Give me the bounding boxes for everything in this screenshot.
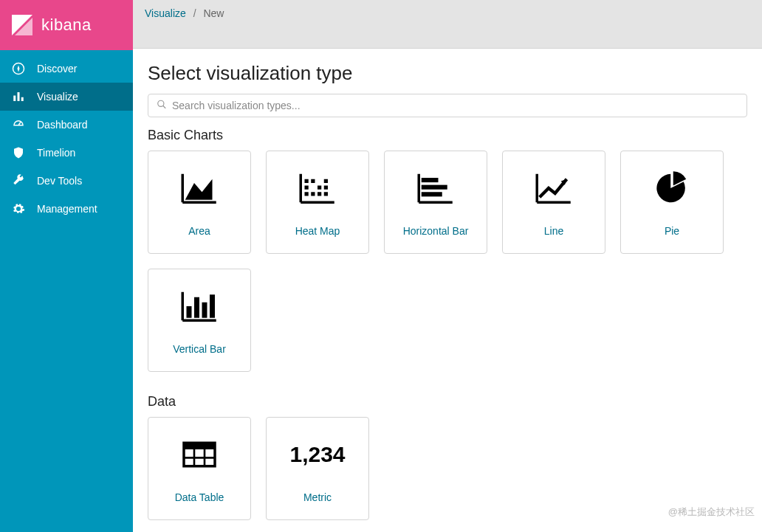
sidebar-item-label: Dashboard — [37, 119, 88, 131]
breadcrumb-root[interactable]: Visualize — [145, 7, 186, 19]
wrench-icon — [12, 174, 25, 187]
viz-card-vertical-bar[interactable]: Vertical Bar — [148, 269, 251, 372]
topbar: Visualize / New — [133, 0, 762, 49]
svg-rect-37 — [202, 302, 207, 317]
sidebar-item-label: Discover — [37, 63, 77, 75]
viz-label: Horizontal Bar — [403, 225, 469, 237]
viz-card-line[interactable]: Line — [502, 151, 605, 254]
shield-icon — [12, 146, 25, 159]
compass-icon — [12, 62, 25, 75]
svg-point-8 — [158, 100, 164, 106]
metric-sample-text: 1,234 — [289, 442, 345, 467]
sidebar: kibana Discover Visualize Dashboard Time… — [0, 0, 133, 532]
sidebar-item-timelion[interactable]: Timelion — [0, 139, 133, 167]
svg-rect-35 — [187, 306, 192, 318]
viz-card-data-table[interactable]: Data Table — [148, 417, 251, 520]
svg-rect-27 — [422, 178, 439, 182]
viz-card-metric[interactable]: 1,234 Metric — [266, 417, 369, 520]
sidebar-item-visualize[interactable]: Visualize — [0, 83, 133, 111]
svg-rect-4 — [13, 96, 16, 102]
svg-marker-12 — [185, 179, 213, 199]
viz-label: Area — [188, 225, 210, 237]
svg-rect-6 — [21, 97, 24, 101]
svg-rect-36 — [194, 297, 199, 317]
svg-rect-16 — [311, 179, 315, 182]
sidebar-item-discover[interactable]: Discover — [0, 55, 133, 83]
card-grid-data: Data Table 1,234 Metric — [148, 417, 747, 520]
viz-label: Heat Map — [295, 225, 340, 237]
main: Visualize / New Select visualization typ… — [133, 0, 762, 532]
line-chart-icon — [532, 167, 576, 209]
dashboard-icon — [12, 118, 25, 131]
viz-label: Data Table — [175, 491, 224, 503]
viz-label: Vertical Bar — [173, 343, 226, 355]
svg-rect-19 — [318, 185, 321, 189]
kibana-logo-icon — [10, 13, 34, 37]
sidebar-item-label: Dev Tools — [37, 175, 82, 187]
area-chart-icon — [177, 167, 222, 209]
breadcrumb-separator: / — [193, 7, 196, 19]
svg-rect-5 — [18, 92, 20, 101]
breadcrumb-current: New — [203, 7, 224, 19]
svg-rect-29 — [422, 192, 442, 196]
sidebar-item-management[interactable]: Management — [0, 195, 133, 223]
section-title-data: Data — [148, 394, 747, 410]
section-title-basic-charts: Basic Charts — [148, 128, 747, 143]
brand-header[interactable]: kibana — [0, 0, 133, 50]
brand-name: kibana — [41, 15, 92, 35]
svg-rect-17 — [324, 179, 328, 182]
gear-icon — [12, 202, 25, 215]
svg-rect-18 — [305, 185, 309, 189]
svg-rect-28 — [422, 184, 447, 189]
svg-rect-23 — [318, 192, 321, 196]
sidebar-item-label: Timelion — [37, 147, 75, 159]
bar-chart-icon — [12, 90, 25, 103]
viz-card-area[interactable]: Area — [148, 151, 251, 254]
vertical-bar-icon — [177, 286, 222, 327]
svg-rect-21 — [305, 192, 309, 196]
viz-card-horizontal-bar[interactable]: Horizontal Bar — [384, 151, 487, 254]
viz-label: Metric — [303, 491, 332, 503]
search-icon — [157, 99, 167, 111]
search-wrap — [148, 94, 747, 117]
viz-card-pie[interactable]: Pie — [620, 151, 724, 254]
content: Select visualization type Basic Charts A… — [133, 49, 762, 532]
viz-label: Line — [544, 225, 563, 237]
sidebar-nav: Discover Visualize Dashboard Timelion De… — [0, 50, 133, 223]
viz-card-heat-map[interactable]: Heat Map — [266, 151, 369, 254]
horizontal-bar-icon — [413, 167, 458, 209]
sidebar-item-label: Visualize — [37, 91, 78, 103]
page-title: Select visualization type — [148, 62, 747, 85]
sidebar-item-label: Management — [37, 203, 97, 215]
svg-rect-20 — [324, 185, 328, 189]
card-grid-basic-charts: Area Heat Map Horizont — [148, 151, 747, 372]
svg-line-9 — [163, 106, 166, 108]
svg-rect-24 — [324, 192, 328, 196]
metric-icon: 1,234 — [295, 434, 340, 475]
table-icon — [177, 434, 222, 475]
svg-rect-40 — [184, 443, 215, 449]
svg-marker-3 — [18, 66, 20, 72]
breadcrumb: Visualize / New — [145, 7, 750, 19]
svg-rect-38 — [210, 294, 215, 318]
sidebar-item-dashboard[interactable]: Dashboard — [0, 111, 133, 139]
sidebar-item-devtools[interactable]: Dev Tools — [0, 167, 133, 195]
svg-rect-22 — [311, 192, 315, 196]
pie-chart-icon — [650, 167, 694, 209]
viz-label: Pie — [665, 225, 679, 237]
search-input[interactable] — [148, 94, 747, 117]
heat-map-icon — [295, 167, 340, 209]
svg-rect-15 — [305, 179, 309, 182]
